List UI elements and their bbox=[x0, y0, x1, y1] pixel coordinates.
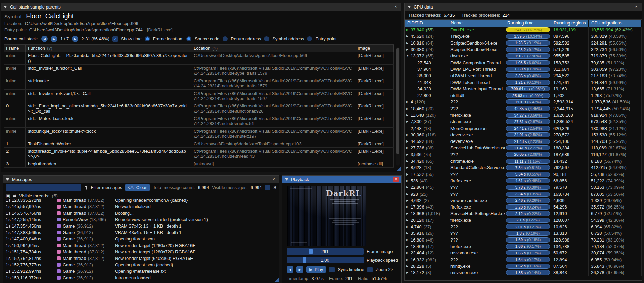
message-row[interactable]: 1s 147,255,145nsRemoteView(18,796)Remote… bbox=[6, 216, 276, 223]
cpu-row[interactable]: ▶27,736(88)ServiceHub.DataWarehouse21.41… bbox=[405, 145, 642, 151]
expand-arrow-icon[interactable]: ▶ bbox=[406, 238, 411, 242]
message-row[interactable]: 1s 151,754,784nsMain thread(37,812)New r… bbox=[6, 249, 276, 255]
cpu-row[interactable]: ▼13,072(65)dwm.exe1:16.1(7.90%)955,58571… bbox=[405, 53, 642, 59]
expand-arrow-icon[interactable]: ▶ bbox=[406, 120, 411, 123]
cpu-row[interactable]: ▶18,408(17)firefox.exe1.66 s(0.17%)134,7… bbox=[405, 243, 642, 250]
cpu-row[interactable]: ▶20,120(17)firefox.exe2.1 s(0.22%)128,60… bbox=[405, 217, 642, 223]
expand-arrow-icon[interactable]: ▶ bbox=[406, 153, 411, 156]
expand-arrow-icon[interactable]: ▶ bbox=[406, 166, 411, 169]
column-image[interactable]: Image bbox=[355, 45, 394, 52]
cpu-row[interactable]: ▶3,536(75)???20.05 s(2.08%)187,689116,12… bbox=[405, 151, 642, 158]
message-row[interactable]: 1s 150,994,64nsMain thread(37,812)New re… bbox=[6, 242, 276, 249]
cpu-row[interactable]: ▶4,740(37)???2.01 s(0.21%)10,6266,994(65… bbox=[405, 223, 642, 230]
cpu-row[interactable]: 41,348DWM Token Thread1.21 s(0.13%)174,7… bbox=[405, 79, 642, 85]
scrollbar-thumb[interactable] bbox=[396, 48, 399, 154]
cpu-row[interactable]: 27,548DWM Compositor Thread1:03.5(6.60%)… bbox=[405, 59, 642, 66]
cpu-row[interactable]: ▶22,804(45)???3.78 s(0.39%)79,57858,163(… bbox=[405, 184, 642, 190]
expand-arrow-icon[interactable]: ▶ bbox=[406, 193, 411, 196]
cpu-row[interactable]: ▶16,332(982)???1.64 s(0.17%)12,8946,955(… bbox=[405, 256, 642, 263]
expand-arrow-icon[interactable]: ▶ bbox=[406, 225, 411, 228]
collapse-arrow-icon[interactable]: ▼ bbox=[406, 54, 411, 57]
cpu-row[interactable]: 2,448(18)MemCompression24.41 s(2.54%)620… bbox=[405, 125, 642, 131]
expand-arrow-icon[interactable]: ▶ bbox=[406, 107, 411, 110]
cpu-row[interactable]: ▶18,968(1,018)ServiceHub.SettingsHost.ex… bbox=[405, 210, 642, 217]
column-running-time[interactable]: Running time bbox=[505, 20, 551, 27]
cpu-row[interactable]: ▶35,916(26)???1.8 s(0.19%)13,3136,728(50… bbox=[405, 230, 642, 236]
expand-arrow-icon[interactable]: ▶ bbox=[406, 199, 411, 202]
expand-arrow-icon[interactable]: ▶ bbox=[406, 41, 411, 45]
prev-callstack-button[interactable]: ◀ bbox=[41, 36, 48, 42]
column-location[interactable]: Location(?) bbox=[191, 45, 355, 52]
expand-arrow-icon[interactable]: ▶ bbox=[406, 146, 411, 149]
clear-button[interactable]: ⌫Clear bbox=[125, 184, 150, 191]
cpu-row[interactable]: ▶928(25)???3.34 s(0.35%)163,73487,605(53… bbox=[405, 190, 642, 197]
callstack-row[interactable]: 3beginthreadex[unknown][ucrtbase.dll] bbox=[4, 160, 394, 168]
frame-slider[interactable]: 261 bbox=[287, 248, 364, 255]
cpu-row[interactable]: ▶8,628(18)StandardCollector.Service.ex7.… bbox=[405, 164, 642, 171]
message-row[interactable]: 1s 145,557,997nsMain thread(37,812)Netwo… bbox=[6, 203, 276, 210]
resize-grip[interactable] bbox=[396, 167, 401, 171]
callstack-row[interactable]: inlinestd::invokeC:\Program Files (x86)\… bbox=[4, 77, 394, 90]
step-forward-button[interactable]: ▶ bbox=[296, 266, 303, 273]
message-row[interactable]: 1s 152,776,777nsGame(36,912)Opening /for… bbox=[6, 262, 276, 268]
radio-symbol-address[interactable] bbox=[264, 36, 269, 41]
cpu-row[interactable]: ▶18,172(8)msvsmon.exe1.35 s(0.14%)38,843… bbox=[405, 269, 642, 276]
cpu-row[interactable]: ▶45,620(24)Tracy.exe1:39.5(10.34%)887,59… bbox=[405, 33, 642, 39]
expand-arrow-icon[interactable]: ▶ bbox=[406, 251, 411, 254]
cpu-row[interactable]: 34,028DWM Master Input Thread799.64 ms(0… bbox=[405, 86, 642, 92]
callstack-row[interactable]: inlineFloor::CalcLight::__l4::<lambda_5b… bbox=[4, 52, 394, 65]
cpu-row[interactable]: ▶4(120)???1:01.9(6.43%)2,593,3141,078,53… bbox=[405, 99, 642, 105]
cpu-row[interactable]: 37,904DWM LPC Port Thread6.69 s(0.70%)31… bbox=[405, 66, 642, 72]
callstack-row[interactable]: inlinestd::_Mutex_base::lockC:\Program F… bbox=[4, 115, 394, 128]
cpu-titlebar[interactable]: CPU data × bbox=[405, 3, 642, 11]
cpu-row[interactable]: ▶30,380(24)ScriptedSandbox64.exe1:28.2(9… bbox=[405, 46, 642, 53]
expand-arrow-icon[interactable]: ▶ bbox=[406, 245, 411, 248]
cpu-row[interactable]: 38,000uDWM Event Thread3.86 s(0.40%)294,… bbox=[405, 72, 642, 79]
collapse-icon[interactable] bbox=[4, 6, 7, 8]
callstack-row[interactable]: 0std::_Func_impl_no_alloc<<lambda_5bc224… bbox=[4, 102, 394, 115]
filter-input[interactable] bbox=[6, 184, 81, 191]
message-row[interactable]: 1s 120,335,272nsMain thread(37,812)Openi… bbox=[6, 199, 276, 203]
expand-arrow-icon[interactable]: ▶ bbox=[406, 179, 411, 182]
message-row[interactable]: 1s 146,576,766nsMain thread(37,812)Booti… bbox=[6, 210, 276, 216]
sync-timeline-checkbox[interactable] bbox=[329, 267, 335, 272]
radio-source-code[interactable] bbox=[186, 36, 191, 41]
column-pid-tid[interactable]: PID/TID bbox=[405, 20, 448, 27]
playback-titlebar[interactable]: Playback × bbox=[282, 176, 401, 183]
messages-list-viewport[interactable]: 1s 120,335,272nsMain thread(37,812)Openi… bbox=[3, 199, 279, 283]
expand-arrow-icon[interactable]: ▶ bbox=[406, 160, 411, 163]
step-back-button[interactable]: ◀ bbox=[287, 266, 293, 273]
expand-arrow-icon[interactable]: ▶ bbox=[406, 173, 411, 176]
cpu-row[interactable]: ▶7,300(37)steam.exe27.61 s(2.87%)1,286,5… bbox=[405, 118, 642, 125]
column-cpu-migrations[interactable]: CPU migrations bbox=[589, 20, 642, 27]
callstack-row[interactable]: inlinestd::unique_lock<std::mutex>::lock… bbox=[4, 128, 394, 140]
callstack-titlebar[interactable]: Call stack sample parents × bbox=[1, 3, 401, 11]
expand-arrow-icon[interactable]: ▶ bbox=[406, 100, 411, 103]
callstack-row[interactable]: inlinestd::_Invoker_functor::_CallC:\Pro… bbox=[4, 65, 394, 77]
show-callstacks-checkbox[interactable] bbox=[265, 185, 270, 190]
cpu-row[interactable]: ▶11,648(120)firefox.exe34.27 s(3.56%)1,9… bbox=[405, 112, 642, 118]
expand-arrow-icon[interactable]: ▶ bbox=[406, 186, 411, 189]
radio-return-address[interactable] bbox=[223, 36, 228, 41]
close-icon[interactable]: × bbox=[393, 177, 399, 182]
cpu-row[interactable]: ▶16,880(46)???1.69 s(0.18%)123,98878,231… bbox=[405, 237, 642, 243]
cpu-row[interactable]: ▶37,840(55)DarkRL.exe2:41.6(16.79%)16,93… bbox=[405, 27, 642, 33]
callstack-row[interactable]: inlinestd::_Invoker_ret<void,1>::_CallC:… bbox=[4, 90, 394, 102]
play-callstack-button[interactable]: ▶ bbox=[72, 36, 78, 42]
message-row[interactable]: 1s 147,354,456nsGame(36,912)VRAM 37x45: … bbox=[6, 223, 276, 229]
select-threads-icon[interactable]: ▣ bbox=[6, 193, 10, 198]
expand-arrow-icon[interactable]: ▶ bbox=[406, 232, 411, 235]
collapse-icon[interactable] bbox=[285, 178, 288, 181]
cpu-row[interactable]: ▶30,060(116)devenv.exe24.01 s(2.50%)278,… bbox=[405, 132, 642, 138]
column-frame[interactable]: Frame bbox=[4, 45, 26, 52]
close-icon[interactable]: × bbox=[393, 4, 398, 10]
close-icon[interactable]: × bbox=[271, 177, 276, 182]
message-row[interactable]: 1s 153,116,372nsGame(36,912)Intro menu l… bbox=[6, 274, 276, 281]
expand-arrow-icon[interactable]: ▶ bbox=[406, 212, 411, 215]
expand-arrow-icon[interactable]: ▶ bbox=[406, 133, 411, 136]
collapse-icon[interactable] bbox=[6, 178, 9, 181]
expand-arrow-icon[interactable]: ▶ bbox=[406, 205, 411, 209]
column-running-regions[interactable]: Running regions bbox=[551, 20, 589, 27]
messages-titlebar[interactable]: Messages × bbox=[3, 176, 279, 183]
cpu-row[interactable]: ▶17,532(56)???5.34 s(0.55%)90,18156,738(… bbox=[405, 171, 642, 178]
